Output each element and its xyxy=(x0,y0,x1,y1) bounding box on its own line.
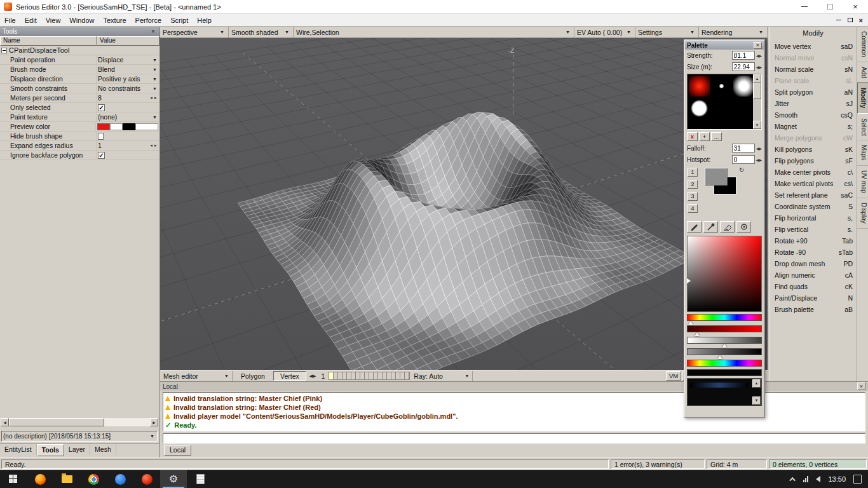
preset-button-3[interactable]: 3 xyxy=(688,192,698,201)
frame-cell[interactable] xyxy=(396,372,400,379)
property-root-row[interactable]: CPaintDisplaceTool xyxy=(0,46,159,55)
column-header-value[interactable]: Value xyxy=(97,36,159,46)
spin-up-icon[interactable]: ▲ xyxy=(752,379,761,388)
mdi-restore-icon[interactable] xyxy=(848,18,853,22)
modify-item-brush-palette[interactable]: Brush paletteaB xyxy=(770,304,857,315)
property-value[interactable] xyxy=(96,122,159,131)
frame-cell[interactable] xyxy=(387,372,391,379)
modify-item-plane-scale[interactable]: Plane scalesL xyxy=(770,75,857,86)
modify-item-jitter[interactable]: JittersJ xyxy=(770,98,857,109)
spinner-icon[interactable]: ◄► xyxy=(149,96,158,100)
modify-item-move-vertex[interactable]: Move vertexsaD xyxy=(770,41,857,52)
menu-help[interactable]: Help xyxy=(193,15,216,25)
add-brush-button[interactable]: + xyxy=(699,132,710,141)
menu-edit[interactable]: Edit xyxy=(20,15,41,25)
frame-cell[interactable] xyxy=(338,372,342,379)
alpha-slider[interactable] xyxy=(687,369,762,376)
side-tab-maps[interactable]: Maps xyxy=(857,140,868,165)
collapse-icon[interactable] xyxy=(1,48,7,53)
value-slider[interactable] xyxy=(687,348,762,355)
taskbar-serious-editor-button[interactable]: ⚙ xyxy=(160,470,187,488)
eraser-tool-button[interactable] xyxy=(720,221,735,233)
frame-cell[interactable] xyxy=(329,372,334,379)
primary-color-swatch[interactable] xyxy=(705,168,728,186)
modify-item-flip-vertical[interactable]: Flip verticals. xyxy=(770,224,857,235)
hotspot-input[interactable] xyxy=(732,155,755,164)
brush-scrollbar[interactable]: ▲ ▼ xyxy=(753,74,761,129)
viewport-3d[interactable]: -Z xyxy=(160,38,768,370)
taskbar-serious-sam-button[interactable] xyxy=(133,470,160,488)
volume-icon[interactable] xyxy=(816,476,820,482)
delete-brush-button[interactable]: x xyxy=(687,132,698,141)
property-value[interactable]: ✓ xyxy=(97,151,159,159)
viewport-3d-mesh[interactable] xyxy=(160,38,768,370)
scroll-right-icon[interactable]: ▶ xyxy=(150,418,158,426)
spinner-icon[interactable]: ◄► xyxy=(149,144,158,147)
console-close-icon[interactable]: × xyxy=(857,383,865,390)
menu-window[interactable]: Window xyxy=(65,15,98,25)
strength-spinner[interactable]: ◀▶ xyxy=(755,53,762,58)
viewport-dropdown-perspective[interactable]: Perspective▼ xyxy=(160,27,229,37)
frame-cell[interactable] xyxy=(351,372,356,379)
console-tab-local[interactable]: Local xyxy=(164,445,191,456)
vertex-mode-button[interactable]: Vertex xyxy=(273,371,306,381)
menu-perforce[interactable]: Perforce xyxy=(131,15,166,25)
taskbar-firefox-button[interactable] xyxy=(27,470,53,488)
size-spinner[interactable]: ◀▶ xyxy=(755,65,762,69)
scrollbar-track[interactable] xyxy=(104,418,150,426)
frame-cell[interactable] xyxy=(374,372,378,379)
modify-item-coordinate-system[interactable]: Coordinate systemS xyxy=(770,201,857,212)
color-swatch[interactable] xyxy=(110,123,123,130)
falloff-spinner[interactable]: ◀▶ xyxy=(755,146,762,151)
eyedropper-tool-button[interactable] xyxy=(703,221,718,233)
modify-item-merge-polygons[interactable]: Merge polygonscW xyxy=(770,132,857,144)
modify-item-set-referent-plane[interactable]: Set referent planesaC xyxy=(770,189,857,201)
checkbox[interactable]: ✓ xyxy=(98,152,105,159)
paint-tool-button[interactable] xyxy=(687,221,702,233)
hue-slider[interactable] xyxy=(687,314,762,321)
frame-cell[interactable] xyxy=(369,372,374,379)
tab-layer[interactable]: Layer xyxy=(64,444,90,455)
tab-mesh[interactable]: Mesh xyxy=(90,444,116,455)
slider-marker-icon[interactable] xyxy=(688,321,693,325)
frame-cell[interactable] xyxy=(347,372,351,379)
modify-item-flip-polygons[interactable]: Flip polygonssF xyxy=(770,155,857,166)
side-tab-select[interactable]: Select xyxy=(857,114,868,141)
modify-item-smooth[interactable]: SmoothcsQ xyxy=(770,109,857,121)
browse-brush-button[interactable]: ... xyxy=(711,132,722,141)
taskbar-file-explorer-button[interactable] xyxy=(53,470,80,488)
brush-thumbnail-list[interactable]: ▲ ▼ xyxy=(687,74,762,130)
minimize-button[interactable] xyxy=(792,0,817,13)
mdi-close-icon[interactable]: × xyxy=(859,17,863,24)
color-swatch[interactable] xyxy=(135,123,158,130)
spin-down-icon[interactable]: ▼ xyxy=(752,396,761,405)
modify-item-paint-displace[interactable]: Paint/DisplaceN xyxy=(770,292,857,304)
tools-panel-close-icon[interactable]: × xyxy=(149,28,157,35)
size-input[interactable] xyxy=(732,62,755,71)
taskbar-notepad-button[interactable] xyxy=(187,470,214,488)
frame-cell[interactable] xyxy=(334,372,338,379)
side-tab-modify[interactable]: Modify xyxy=(857,83,868,113)
property-value[interactable]: 8◄► xyxy=(97,93,159,102)
notification-center-icon[interactable] xyxy=(853,475,862,484)
modify-item-flip-horizontal[interactable]: Flip horizontals, xyxy=(770,212,857,224)
frame-cell[interactable] xyxy=(365,372,369,379)
brush-thumbnail-red[interactable] xyxy=(689,76,710,97)
gradient-preview[interactable]: ▲ ▼ xyxy=(687,378,762,406)
modify-item-normal-scale[interactable]: Normal scalesN xyxy=(770,64,857,75)
modify-item-split-polygon[interactable]: Split polygonaN xyxy=(770,86,857,98)
frame-cell[interactable] xyxy=(356,372,360,379)
strength-input[interactable] xyxy=(732,51,755,60)
property-value[interactable]: No constraints▼ xyxy=(97,84,159,93)
menu-file[interactable]: File xyxy=(0,15,20,25)
scroll-up-icon[interactable]: ▲ xyxy=(753,74,761,83)
editor-mode-dropdown[interactable]: Mesh editor ▼ xyxy=(161,371,233,381)
maximize-button[interactable] xyxy=(817,0,843,13)
hotspot-spinner[interactable]: ◀▶ xyxy=(755,158,762,162)
red-channel-slider[interactable] xyxy=(687,325,762,332)
close-button[interactable]: × xyxy=(843,0,868,13)
swap-colors-icon[interactable]: ↻ xyxy=(739,166,744,173)
preset-button-4[interactable]: 4 xyxy=(688,204,698,213)
viewport-dropdown-rendering[interactable]: Rendering▼ xyxy=(699,27,768,37)
frame-cell[interactable] xyxy=(391,372,396,379)
